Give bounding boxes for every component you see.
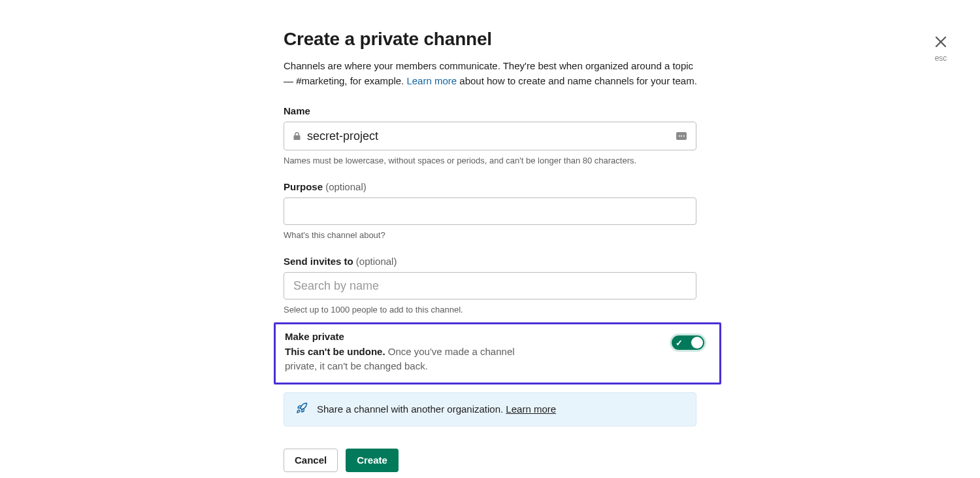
name-helper: Names must be lowercase, without spaces … (284, 156, 702, 165)
invites-label: Send invites to (optional) (284, 256, 702, 267)
make-private-title: Make private (285, 331, 546, 342)
share-text: Share a channel with another organizatio… (317, 403, 556, 415)
purpose-helper: What's this channel about? (284, 230, 702, 240)
create-button[interactable]: Create (346, 449, 399, 472)
button-row: Cancel Create (284, 449, 702, 472)
purpose-label-text: Purpose (284, 181, 325, 192)
modal-description: Channels are where your members communic… (284, 59, 702, 88)
keyboard-icon (676, 132, 687, 140)
purpose-input[interactable] (284, 197, 696, 225)
rocket-icon (296, 402, 308, 417)
make-private-section: Make private This can't be undone. Once … (274, 322, 721, 384)
share-text-main: Share a channel with another organizatio… (317, 403, 506, 415)
close-button[interactable]: esc (934, 34, 947, 63)
purpose-label: Purpose (optional) (284, 181, 702, 192)
make-private-desc: This can't be undone. Once you've made a… (285, 345, 546, 373)
invites-input[interactable] (284, 272, 696, 299)
name-label: Name (284, 105, 702, 116)
name-input-wrap[interactable] (284, 122, 696, 150)
lock-icon (293, 132, 301, 140)
make-private-toggle[interactable]: ✓ (670, 333, 706, 352)
invites-optional: (optional) (356, 256, 397, 267)
close-icon (934, 34, 947, 51)
channel-name-input[interactable] (307, 129, 676, 143)
modal-title: Create a private channel (284, 29, 702, 50)
check-icon: ✓ (676, 338, 683, 348)
desc-after: about how to create and name channels fo… (457, 75, 697, 86)
create-channel-modal: Create a private channel Channels are wh… (284, 29, 702, 472)
mp-bold: This can't be undone. (285, 346, 385, 357)
invites-label-text: Send invites to (284, 256, 356, 267)
toggle-knob (691, 337, 703, 349)
share-learn-more-link[interactable]: Learn more (506, 403, 556, 415)
invites-helper: Select up to 1000 people to add to this … (284, 305, 702, 315)
learn-more-link[interactable]: Learn more (406, 75, 457, 86)
share-channel-banner: Share a channel with another organizatio… (284, 392, 696, 426)
cancel-button[interactable]: Cancel (284, 449, 338, 472)
close-label: esc (934, 54, 947, 63)
purpose-optional: (optional) (325, 181, 367, 192)
